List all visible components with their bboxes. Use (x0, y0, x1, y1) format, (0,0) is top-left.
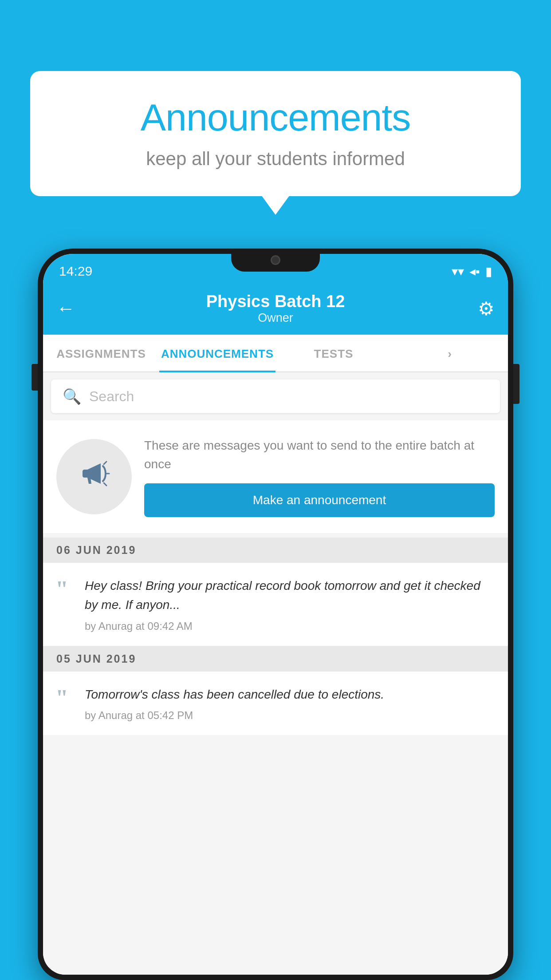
make-announcement-button[interactable]: Make an announcement (144, 483, 495, 517)
announcement-meta-2: by Anurag at 05:42 PM (85, 709, 496, 722)
promo-card: These are messages you want to send to t… (43, 420, 508, 533)
tab-announcements[interactable]: ANNOUNCEMENTS (159, 335, 276, 371)
promo-right: These are messages you want to send to t… (144, 436, 495, 517)
announcement-content-1: Hey class! Bring your practical record b… (85, 576, 496, 632)
announcement-meta-1: by Anurag at 09:42 AM (85, 620, 496, 632)
speech-bubble: Announcements keep all your students inf… (30, 71, 521, 196)
svg-line-0 (104, 462, 106, 464)
wifi-icon: ▾▾ (452, 264, 464, 279)
date-separator-1: 06 JUN 2019 (43, 537, 508, 563)
quote-icon-1: " (55, 578, 75, 601)
speech-bubble-section: Announcements keep all your students inf… (30, 71, 521, 196)
content-area: 🔍 Search (43, 372, 508, 975)
signal-icon: ◂▪ (469, 264, 480, 279)
tab-more[interactable]: › (392, 335, 508, 371)
announcement-item-2[interactable]: " Tomorrow's class has been cancelled du… (43, 672, 508, 735)
search-bar[interactable]: 🔍 Search (51, 379, 500, 413)
header-title-area: Physics Batch 12 Owner (83, 292, 468, 325)
settings-icon[interactable]: ⚙ (468, 298, 495, 320)
camera-dot (271, 255, 280, 265)
batch-title: Physics Batch 12 (83, 292, 468, 311)
bubble-title: Announcements (57, 95, 494, 139)
bubble-subtitle: keep all your students informed (57, 148, 494, 170)
announcement-text-2: Tomorrow's class has been cancelled due … (85, 685, 496, 704)
promo-icon-circle (56, 439, 132, 514)
phone-screen: 14:29 ▾▾ ◂▪ ▮ ← Physics Batch 12 Owner ⚙… (43, 254, 508, 975)
search-icon: 🔍 (63, 387, 81, 405)
quote-icon-2: " (55, 687, 75, 710)
battery-icon: ▮ (485, 264, 492, 279)
tab-tests[interactable]: TESTS (276, 335, 392, 371)
batch-role: Owner (83, 311, 468, 325)
back-button[interactable]: ← (56, 298, 83, 319)
announcement-text-1: Hey class! Bring your practical record b… (85, 576, 496, 615)
promo-description: These are messages you want to send to t… (144, 436, 495, 474)
status-icons: ▾▾ ◂▪ ▮ (452, 264, 492, 279)
status-time: 14:29 (59, 264, 92, 279)
notch (231, 249, 320, 272)
megaphone-icon (76, 455, 112, 498)
phone-outer: 14:29 ▾▾ ◂▪ ▮ ← Physics Batch 12 Owner ⚙… (38, 249, 513, 980)
announcement-content-2: Tomorrow's class has been cancelled due … (85, 685, 496, 722)
svg-line-2 (104, 483, 106, 486)
tabs-bar: ASSIGNMENTS ANNOUNCEMENTS TESTS › (43, 335, 508, 372)
app-header: ← Physics Batch 12 Owner ⚙ (43, 284, 508, 335)
date-separator-2: 05 JUN 2019 (43, 646, 508, 672)
tab-assignments[interactable]: ASSIGNMENTS (43, 335, 159, 371)
phone-container: 14:29 ▾▾ ◂▪ ▮ ← Physics Batch 12 Owner ⚙… (38, 249, 513, 980)
announcement-item-1[interactable]: " Hey class! Bring your practical record… (43, 563, 508, 646)
search-placeholder: Search (89, 388, 134, 405)
